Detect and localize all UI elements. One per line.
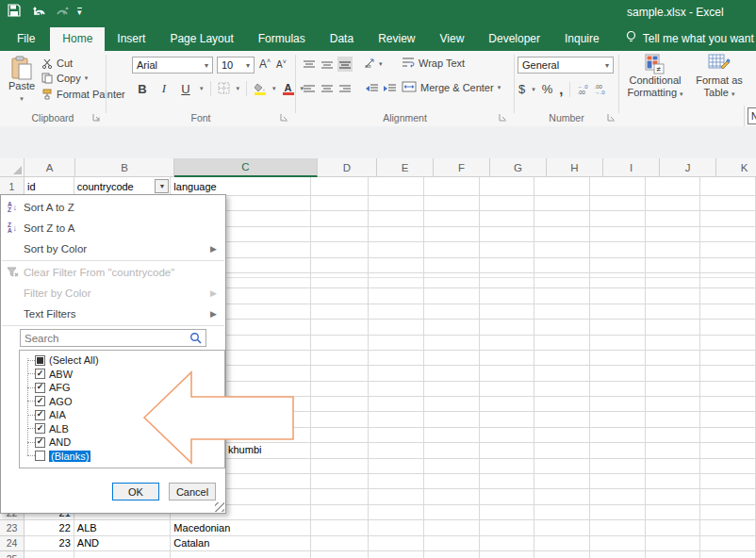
cell-F4[interactable] <box>424 227 480 242</box>
cell-H22[interactable] <box>534 505 590 520</box>
cell-H7[interactable] <box>534 273 590 288</box>
cell-D8[interactable] <box>311 288 370 304</box>
cell-E21[interactable] <box>369 489 424 504</box>
cell-F22[interactable] <box>424 505 480 520</box>
cell-D6[interactable] <box>311 258 370 273</box>
cell-E8[interactable] <box>369 288 424 304</box>
cell-E9[interactable] <box>369 304 424 320</box>
cell-D12[interactable] <box>311 351 370 366</box>
cell-D19[interactable] <box>311 459 370 474</box>
menu-item-sort-a-to-z[interactable]: AZ↓Sort A to Z <box>1 197 225 218</box>
cut-button[interactable]: Cut <box>41 57 73 69</box>
row-header-25[interactable]: 25 <box>0 551 25 558</box>
cell-B24[interactable]: AND <box>74 536 172 551</box>
cell-D4[interactable] <box>311 227 370 242</box>
cell-J11[interactable] <box>646 336 701 351</box>
column-header-I[interactable]: I <box>603 158 660 177</box>
cell-F19[interactable] <box>424 459 480 474</box>
cell-K25[interactable] <box>700 551 756 558</box>
cell-J17[interactable] <box>646 428 701 443</box>
tab-data[interactable]: Data <box>318 27 366 51</box>
align-center-icon[interactable] <box>320 81 335 96</box>
checkbox-aia-checked[interactable]: ✓ <box>35 410 45 420</box>
cell-I1[interactable] <box>590 177 646 196</box>
cell-E7[interactable] <box>369 273 424 288</box>
cell-G4[interactable] <box>480 227 535 242</box>
cell-J21[interactable] <box>646 489 701 504</box>
cell-H2[interactable] <box>534 196 590 211</box>
cell-D13[interactable] <box>311 366 370 381</box>
underline-dropdown-icon[interactable]: ▾ <box>200 85 204 92</box>
undo-icon[interactable]: ▾ <box>32 7 43 19</box>
cell-F17[interactable] <box>424 428 480 443</box>
cell-D23[interactable] <box>311 520 370 535</box>
cell-J14[interactable] <box>646 382 701 397</box>
cell-D1[interactable] <box>311 177 370 196</box>
cell-H5[interactable] <box>534 242 590 257</box>
cell-G9[interactable] <box>480 304 535 320</box>
cell-G10[interactable] <box>480 320 535 335</box>
resize-grip[interactable] <box>215 502 224 512</box>
cell-G15[interactable] <box>480 397 535 412</box>
column-header-E[interactable]: E <box>377 158 434 177</box>
cell-J16[interactable] <box>646 412 701 427</box>
percent-format-icon[interactable]: % <box>542 82 553 96</box>
cell-B1[interactable]: countrycode▼ <box>74 177 172 196</box>
cell-D25[interactable] <box>311 551 370 558</box>
column-header-G[interactable]: G <box>490 158 547 177</box>
cell-J12[interactable] <box>646 351 701 366</box>
cell-J6[interactable] <box>646 258 701 273</box>
font-dialog-launcher-icon[interactable] <box>280 113 289 123</box>
align-top-icon[interactable] <box>302 57 317 72</box>
cell-J22[interactable] <box>646 505 701 520</box>
cell-I25[interactable] <box>590 551 646 558</box>
cell-E6[interactable] <box>369 258 424 273</box>
cell-I3[interactable] <box>590 211 646 226</box>
cell-G21[interactable] <box>480 489 535 504</box>
increase-font-icon[interactable]: A˄ <box>259 57 271 71</box>
cell-H6[interactable] <box>534 258 590 273</box>
ok-button[interactable]: OK <box>112 483 159 501</box>
cell-F7[interactable] <box>424 273 480 288</box>
font-color-icon[interactable]: A <box>283 83 294 95</box>
cell-I10[interactable] <box>590 320 646 335</box>
paste-dropdown-icon[interactable]: ▾ <box>20 92 24 105</box>
menu-item-sort-z-to-a[interactable]: ZA↓Sort Z to A <box>1 218 225 238</box>
cell-I11[interactable] <box>590 336 646 351</box>
cell-H8[interactable] <box>534 288 590 304</box>
decrease-font-icon[interactable]: A˅ <box>276 58 287 70</box>
cell-H11[interactable] <box>534 336 590 351</box>
cell-E12[interactable] <box>369 351 424 366</box>
cell-I6[interactable] <box>590 258 646 273</box>
cell-E19[interactable] <box>369 459 424 474</box>
increase-decimal-icon[interactable]: ←.0 .00 <box>577 84 587 95</box>
cell-G18[interactable] <box>480 443 535 458</box>
cell-C23[interactable]: Macedonian <box>171 520 310 535</box>
cell-A23[interactable]: 22 <box>25 520 74 535</box>
tab-home[interactable]: Home <box>50 27 105 51</box>
column-header-H[interactable]: H <box>547 158 603 177</box>
align-right-icon[interactable] <box>337 81 353 96</box>
cell-D14[interactable] <box>311 382 370 397</box>
cell-K16[interactable] <box>700 412 756 427</box>
cell-K6[interactable] <box>700 258 756 273</box>
cell-H24[interactable] <box>534 536 590 551</box>
cell-F11[interactable] <box>424 336 480 351</box>
cell-K9[interactable] <box>700 304 756 320</box>
cell-F2[interactable] <box>424 196 480 211</box>
cell-D20[interactable] <box>311 474 370 489</box>
cell-E3[interactable] <box>369 211 424 226</box>
cell-F8[interactable] <box>424 288 480 304</box>
currency-format-icon[interactable]: $ <box>518 82 525 96</box>
cell-G6[interactable] <box>480 258 535 273</box>
cell-J18[interactable] <box>646 443 701 458</box>
cell-H1[interactable] <box>534 177 590 196</box>
cell-D2[interactable] <box>311 196 370 211</box>
cell-E14[interactable] <box>369 382 424 397</box>
cell-D3[interactable] <box>311 211 370 226</box>
cell-K15[interactable] <box>700 397 756 412</box>
cell-F10[interactable] <box>424 320 480 335</box>
cell-H9[interactable] <box>534 304 590 320</box>
cell-F3[interactable] <box>424 211 480 226</box>
cell-I2[interactable] <box>590 196 646 211</box>
